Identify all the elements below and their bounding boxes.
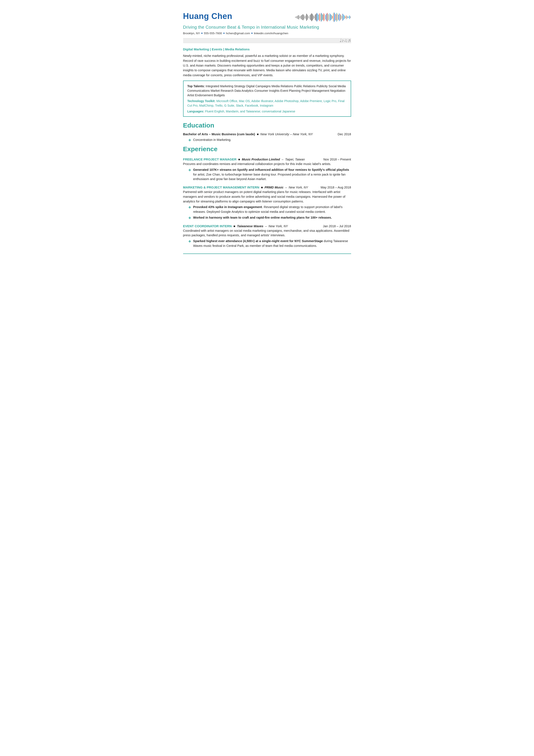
svg-rect-26 xyxy=(317,14,318,21)
job-2-title-row: MARKETING & PROJECT MANAGEMENT INTERN ■ … xyxy=(183,185,351,190)
edu-location: New York, NY xyxy=(293,132,313,136)
job-3-title-row: EVENT COORDINATOR INTERN ■ Taiwanese Wav… xyxy=(183,224,351,229)
svg-rect-1 xyxy=(296,16,296,18)
edu-bullet-text: Concentration in Marketing. xyxy=(193,138,351,142)
svg-rect-49 xyxy=(337,14,338,21)
job-1-title: FREELANCE PROJECT MANAGER xyxy=(183,157,236,161)
contact-email: hchen@gmail.com xyxy=(226,31,250,36)
svg-rect-7 xyxy=(301,15,302,19)
job-2-bullet-2-text: Worked in harmony with team to craft and… xyxy=(193,215,351,220)
job-1-dash: – xyxy=(282,158,284,161)
contact-info: Brooklyn, NY ■ 555-555-7600 ■ hchen@gmai… xyxy=(183,31,351,36)
svg-rect-45 xyxy=(334,13,334,22)
job-2-bullet-1: ❖ Provoked 43% spike in Instagram engage… xyxy=(188,205,351,214)
job-2-dash: – xyxy=(285,186,288,189)
job-3-bullet-1-bold: Sparked highest ever attendance (4,500+)… xyxy=(193,239,323,243)
job-3-sep: ■ xyxy=(233,225,236,228)
svg-rect-10 xyxy=(304,15,304,19)
job-2-info: MARKETING & PROJECT MANAGEMENT INTERN ■ … xyxy=(183,185,308,190)
header: Huang Chen xyxy=(183,10,351,24)
svg-rect-57 xyxy=(344,15,345,19)
sep3: ■ xyxy=(251,32,253,35)
svg-rect-46 xyxy=(335,14,335,21)
svg-rect-16 xyxy=(309,17,309,18)
lang-value: Fluent English, Mandarin, and Taiwanese;… xyxy=(205,110,295,113)
contact-location: Brooklyn, NY xyxy=(183,31,200,36)
svg-rect-32 xyxy=(323,14,323,20)
experience-section: Experience FREELANCE PROJECT MANAGER ■ M… xyxy=(183,144,351,248)
job-2-sep: ■ xyxy=(261,186,264,189)
svg-rect-13 xyxy=(306,14,307,21)
job-1-date: Nov 2018 – Present xyxy=(323,157,351,162)
svg-rect-2 xyxy=(297,16,297,18)
job-2-location: New York, NY xyxy=(289,186,308,189)
edu-dash: – xyxy=(290,132,293,136)
education-heading: Education xyxy=(183,121,351,130)
svg-rect-63 xyxy=(349,15,350,19)
job-1-title-row: FREELANCE PROJECT MANAGER ■ Music Produc… xyxy=(183,157,351,162)
job-1-info: FREELANCE PROJECT MANAGER ■ Music Produc… xyxy=(183,157,305,162)
svg-rect-52 xyxy=(340,14,340,20)
svg-rect-56 xyxy=(343,14,344,20)
svg-rect-31 xyxy=(322,14,322,21)
top-talents-row: Top Talents: Integrated Marketing Strate… xyxy=(187,84,347,97)
svg-rect-24 xyxy=(316,14,316,21)
svg-rect-47 xyxy=(335,14,336,20)
svg-rect-44 xyxy=(333,14,334,21)
job-2-bullet-1-text: Provoked 43% spike in Instagram engageme… xyxy=(193,205,351,214)
tagline: Driving the Consumer Beat & Tempo in Int… xyxy=(183,24,351,30)
svg-rect-23 xyxy=(315,14,315,20)
svg-rect-38 xyxy=(328,14,328,21)
bottom-divider xyxy=(183,254,351,254)
education-degree-info: Bachelor of Arts – Music Business (cum l… xyxy=(183,132,313,137)
tech-label: Technology Toolkit: xyxy=(187,99,216,103)
job-3-date: Jan 2018 – Jul 2018 xyxy=(323,224,351,229)
svg-rect-39 xyxy=(329,14,329,20)
summary-text: Newly-minted, niche marketing profession… xyxy=(183,53,351,77)
svg-rect-3 xyxy=(298,15,298,19)
job-1-desc: Procures and coordinates remixes and int… xyxy=(183,162,351,167)
svg-rect-0 xyxy=(295,17,296,18)
job-2-desc: Partnered with senior product managers o… xyxy=(183,190,351,204)
svg-rect-64 xyxy=(350,16,351,18)
svg-rect-21 xyxy=(313,15,314,19)
svg-rect-58 xyxy=(345,16,345,18)
skills-box: Top Talents: Integrated Marketing Strate… xyxy=(183,81,351,117)
contact-phone: 555-555-7600 xyxy=(204,31,222,36)
svg-rect-6 xyxy=(300,16,301,18)
edu-date: Dec 2018 xyxy=(337,132,351,137)
waveform-graphic xyxy=(295,12,351,24)
svg-rect-55 xyxy=(342,14,343,21)
svg-rect-37 xyxy=(327,13,328,21)
svg-rect-8 xyxy=(302,14,303,20)
top-talents-value: Integrated Marketing Strategy Digital Ca… xyxy=(187,84,346,97)
svg-rect-15 xyxy=(308,16,308,18)
job-1-bullet-1-bold: Generated 107K+ streams on Spotify and i… xyxy=(193,168,349,172)
music-notes: ♩♪♫♬ xyxy=(339,37,351,44)
job-1-sep: ■ xyxy=(238,158,241,161)
svg-rect-61 xyxy=(348,17,348,18)
svg-rect-43 xyxy=(332,16,333,18)
svg-rect-41 xyxy=(331,14,331,20)
contact-linkedin: linkedin.com/in/huangchen xyxy=(254,31,288,36)
svg-rect-20 xyxy=(312,14,313,20)
summary-section: Digital Marketing | Events | Media Relat… xyxy=(183,47,351,77)
job-3: EVENT COORDINATOR INTERN ■ Taiwanese Wav… xyxy=(183,224,351,248)
svg-rect-18 xyxy=(310,14,311,20)
diamond-icon: ❖ xyxy=(188,239,191,244)
job-3-title: EVENT COORDINATOR INTERN xyxy=(183,224,232,228)
job-3-info: EVENT COORDINATOR INTERN ■ Taiwanese Wav… xyxy=(183,224,288,229)
svg-rect-4 xyxy=(299,15,299,19)
job-2-date: May 2018 – Aug 2018 xyxy=(321,185,351,190)
diamond-icon: ❖ xyxy=(188,138,191,143)
svg-rect-48 xyxy=(336,13,337,21)
job-1-location: Taipei, Taiwan xyxy=(285,158,305,161)
job-3-location: New York, NY xyxy=(269,225,288,228)
diamond-icon: ❖ xyxy=(188,205,191,210)
job-1-bullet-1-text: Generated 107K+ streams on Spotify and i… xyxy=(193,168,351,181)
sep1: ■ xyxy=(201,32,202,35)
job-3-desc: Coordinated with artist managers on soci… xyxy=(183,229,351,238)
job-2-bullet-1-bold: Provoked 43% spike in Instagram engageme… xyxy=(193,205,262,209)
lang-label: Languages: xyxy=(187,110,204,113)
staff-divider: ♩♪♫♬ xyxy=(183,37,351,44)
